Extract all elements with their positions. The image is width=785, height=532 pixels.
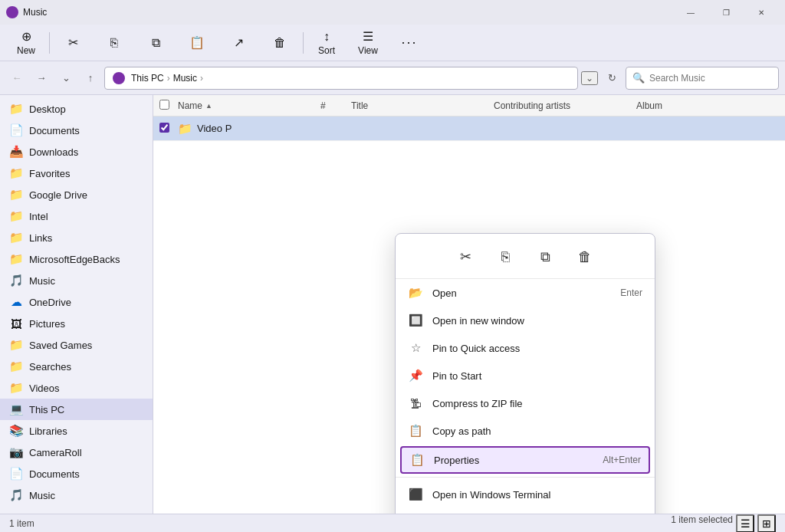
path-sep-1: ›	[167, 73, 170, 84]
searches-icon: 📁	[9, 360, 23, 373]
sidebar-item-libraries[interactable]: 📚 Libraries	[0, 420, 153, 442]
sidebar-item-favorites[interactable]: 📁 Favorites	[0, 163, 153, 184]
sidebar-item-onedrive[interactable]: ☁ OneDrive	[0, 291, 153, 313]
sidebar-item-thispc[interactable]: 💻 This PC	[0, 399, 153, 420]
sidebar-item-links[interactable]: 📁 Links	[0, 227, 153, 248]
pictures-icon: 🖼	[9, 317, 23, 330]
refresh-button[interactable]: ↻	[601, 67, 622, 89]
up-button[interactable]: ↑	[80, 67, 101, 89]
copy-path-icon: 📋	[408, 423, 423, 438]
search-box[interactable]: 🔍	[626, 67, 779, 90]
view-button[interactable]: ☰ View	[348, 26, 388, 59]
ctx-pin-start-item[interactable]: 📌 Pin to Start	[396, 362, 655, 389]
address-expand-button[interactable]: ⌄	[581, 71, 598, 85]
minimize-button[interactable]: —	[673, 0, 708, 25]
open-icon: 📂	[408, 285, 423, 300]
ctx-open-new-item[interactable]: 🔲 Open in new window	[396, 307, 655, 334]
rename-icon: 📋	[189, 35, 205, 50]
open-new-icon: 🔲	[408, 313, 423, 328]
delete-button[interactable]: 🗑	[260, 33, 300, 53]
back-button[interactable]: ←	[6, 67, 28, 89]
links-icon: 📁	[9, 231, 23, 245]
view-icon: ☰	[363, 29, 373, 44]
sidebar-item-downloads[interactable]: 📥 Downloads	[0, 141, 153, 163]
file-folder-icon: 📁	[178, 122, 192, 136]
view-grid-button[interactable]: ⊞	[757, 514, 776, 533]
sidebar-item-desktop[interactable]: 📁 Desktop	[0, 98, 153, 120]
sidebar-item-msedge[interactable]: 📁 MicrosoftEdgeBacks	[0, 248, 153, 270]
sidebar-item-label: MicrosoftEdgeBacks	[29, 254, 120, 265]
column-num[interactable]: #	[320, 100, 351, 111]
status-bar: 1 item 1 item selected ☰ ⊞	[0, 514, 785, 532]
ctx-delete-button[interactable]: 🗑	[571, 243, 599, 271]
ctx-copy-button[interactable]: ⎘	[491, 243, 519, 271]
ctx-properties-label: Properties	[434, 455, 593, 466]
sidebar-item-music[interactable]: 🎵 Music	[0, 270, 153, 291]
row-checkbox[interactable]	[159, 123, 169, 133]
pin-quick-icon: ☆	[408, 340, 423, 356]
documents2-icon: 📄	[9, 467, 23, 481]
more-button[interactable]: ···	[389, 31, 429, 54]
paste-button[interactable]: ⧉	[136, 33, 176, 53]
share-icon: ↗	[234, 35, 244, 50]
copy-button[interactable]: ⎘	[94, 33, 134, 53]
sidebar-item-label: Links	[29, 232, 52, 244]
sidebar-item-savedgames[interactable]: 📁 Saved Games	[0, 334, 153, 356]
ctx-terminal-item[interactable]: ⬛ Open in Windows Terminal	[396, 481, 655, 508]
context-menu: ✂ ⎘ ⧉ 🗑 📂 Open Enter 🔲 Open in new windo…	[395, 233, 655, 514]
ctx-cut-button[interactable]: ✂	[452, 243, 479, 271]
music2-icon: 🎵	[9, 488, 23, 502]
column-name[interactable]: Name ▲	[178, 100, 320, 111]
ctx-copy-path-item[interactable]: 📋 Copy as path	[396, 417, 655, 445]
new-button[interactable]: ⊕ New	[6, 26, 46, 59]
forward-button[interactable]: →	[31, 67, 52, 89]
ctx-open-item[interactable]: 📂 Open Enter	[396, 279, 655, 307]
ctx-more-options-item[interactable]: 🔲 Show more options Shift+F10	[396, 508, 655, 514]
sidebar-item-videos[interactable]: 📁 Videos	[0, 377, 153, 399]
address-path[interactable]: This PC › Music ›	[104, 67, 578, 90]
sidebar-item-label: Intel	[29, 211, 48, 222]
sidebar-item-cameraroll[interactable]: 📷 CameraRoll	[0, 442, 153, 463]
sidebar-item-pictures[interactable]: 🖼 Pictures	[0, 313, 153, 334]
column-title[interactable]: Title	[351, 100, 494, 111]
sidebar-item-intel[interactable]: 📁 Intel	[0, 205, 153, 227]
sidebar-item-music2[interactable]: 🎵 Music	[0, 484, 153, 506]
sort-button[interactable]: ↕ Sort	[307, 27, 347, 59]
search-input[interactable]	[649, 73, 772, 84]
share-button[interactable]: ↗	[218, 32, 258, 53]
toolbar-separator-1	[49, 32, 50, 54]
sidebar: 📁 Desktop 📄 Documents 📥 Downloads 📁 Favo…	[0, 95, 153, 514]
msedge-icon: 📁	[9, 252, 23, 266]
sidebar-item-documents[interactable]: 📄 Documents	[0, 120, 153, 141]
sidebar-item-label: Google Drive	[29, 189, 87, 201]
ctx-paste-button[interactable]: ⧉	[531, 243, 559, 271]
select-all-checkbox[interactable]	[159, 100, 169, 110]
status-left: 1 item	[9, 518, 34, 529]
maximize-button[interactable]: ❐	[708, 0, 744, 25]
cut-button[interactable]: ✂	[53, 32, 93, 53]
delete-icon: 🗑	[274, 36, 286, 50]
address-bar: ← → ⌄ ↑ This PC › Music › ⌄ ↻ 🔍	[0, 61, 785, 95]
column-album[interactable]: Album	[636, 100, 779, 111]
rename-button[interactable]: 📋	[177, 32, 217, 53]
sidebar-item-googledrive[interactable]: 📁 Google Drive	[0, 184, 153, 205]
toolbar-separator-2	[303, 32, 304, 54]
ctx-compress-item[interactable]: 🗜 Compress to ZIP file	[396, 389, 655, 417]
view-list-button[interactable]: ☰	[736, 514, 754, 533]
sidebar-item-documents2[interactable]: 📄 Documents	[0, 463, 153, 484]
sidebar-item-searches[interactable]: 📁 Searches	[0, 356, 153, 377]
recent-button[interactable]: ⌄	[55, 67, 77, 89]
ctx-properties-item[interactable]: 📋 Properties Alt+Enter	[400, 446, 650, 474]
ctx-pin-quick-item[interactable]: ☆ Pin to Quick access	[396, 334, 655, 362]
sidebar-item-label: Documents	[29, 468, 80, 480]
ctx-open-shortcut: Enter	[620, 287, 642, 298]
close-button[interactable]: ✕	[744, 0, 779, 25]
sidebar-item-label: Libraries	[29, 425, 67, 437]
table-row[interactable]: 📁 Video P	[153, 117, 785, 141]
ctx-open-label: Open	[432, 287, 611, 299]
ctx-pin-quick-label: Pin to Quick access	[432, 343, 642, 354]
column-artist[interactable]: Contributing artists	[494, 100, 636, 111]
sidebar-item-label: This PC	[29, 404, 64, 415]
sidebar-item-label: Documents	[29, 125, 80, 136]
file-name-text: Video P	[197, 123, 232, 134]
